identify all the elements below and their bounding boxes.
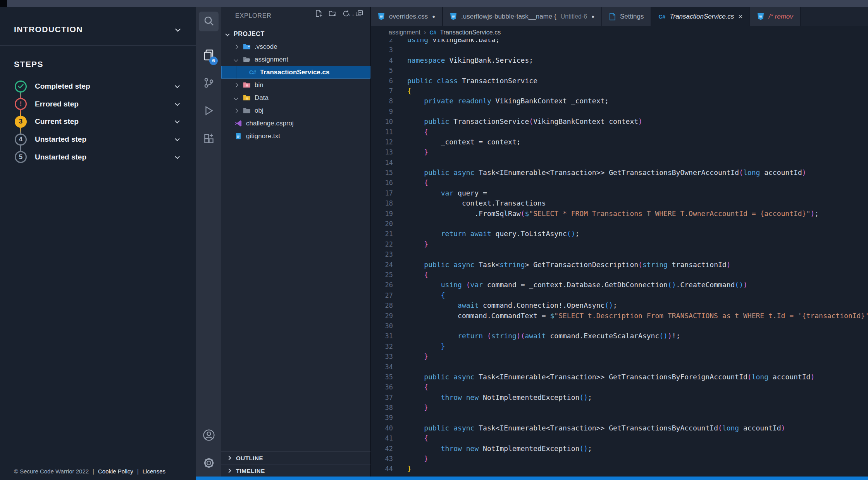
new-folder-icon[interactable] xyxy=(328,9,337,18)
collapse-all-icon[interactable] xyxy=(355,9,364,18)
step-row-current[interactable]: 3Current step xyxy=(0,113,196,130)
editor-tab-overrides-css[interactable]: overrides.css● xyxy=(371,7,443,26)
chevron-down-icon[interactable] xyxy=(175,154,180,159)
code-line-18[interactable]: 18 _context.Transactions xyxy=(371,198,868,208)
code-line-33[interactable]: 33 } xyxy=(371,351,868,362)
chevron-down-icon xyxy=(234,96,238,100)
tree-item--vscode[interactable]: .vscode xyxy=(221,40,370,53)
code-line-35[interactable]: 35 public async Task<IEnumerable<Transac… xyxy=(371,372,868,382)
code-line-44[interactable]: 44} xyxy=(371,464,868,474)
line-number: 20 xyxy=(371,219,393,229)
code-line-15[interactable]: 15 public async Task<IEnumerable<Transac… xyxy=(371,168,868,178)
run-debug-icon[interactable] xyxy=(196,98,221,123)
editor-tab--userflowjs-bubble-task-name-[interactable]: .userflowjs-bubble-task__name {Untitled-… xyxy=(443,7,602,26)
code-line-23[interactable]: 23 xyxy=(371,249,868,259)
code-line-29[interactable]: 29 command.CommandText = $"SELECT t.Desc… xyxy=(371,311,868,321)
editor-tab-bar: overrides.css●.userflowjs-bubble-task__n… xyxy=(371,7,868,26)
breadcrumb[interactable]: assignment › C# TransactionService.cs xyxy=(371,26,868,39)
refresh-icon[interactable] xyxy=(342,9,350,18)
code-line-content xyxy=(393,321,407,331)
editor-tab-transactionservice-cs[interactable]: C#TransactionService.cs× xyxy=(651,7,750,26)
code-line-13[interactable]: 13 } xyxy=(371,147,868,157)
code-line-20[interactable]: 20 xyxy=(371,219,868,229)
code-line-7[interactable]: 7{ xyxy=(371,86,868,96)
tree-item-data[interactable]: Data xyxy=(221,91,370,104)
files-icon[interactable]: 6 xyxy=(196,43,221,67)
chevron-down-icon[interactable] xyxy=(175,119,180,124)
chevron-down-icon[interactable] xyxy=(175,101,180,106)
code-line-43[interactable]: 43 } xyxy=(371,454,868,464)
step-row-completed[interactable]: Completed step xyxy=(0,77,196,95)
code-editor[interactable]: 2using VikingBank.Data;34namespace Vikin… xyxy=(371,35,868,480)
code-line-30[interactable]: 30 xyxy=(371,321,868,331)
chevron-down-icon[interactable] xyxy=(175,83,180,88)
code-line-37[interactable]: 37 throw new NotImplementedException(); xyxy=(371,393,868,403)
code-line-content: public async Task<IEnumerable<Transactio… xyxy=(393,372,815,382)
code-line-3[interactable]: 3 xyxy=(371,45,868,55)
editor-tab-settings[interactable]: Settings xyxy=(602,7,651,26)
tab-dirty-indicator[interactable]: ● xyxy=(591,14,594,19)
licenses-link[interactable]: Licenses xyxy=(143,468,165,475)
tab-close-icon[interactable]: × xyxy=(738,13,742,20)
code-line-14[interactable]: 14 xyxy=(371,158,868,168)
files-badge: 6 xyxy=(209,57,218,65)
code-line-16[interactable]: 16 { xyxy=(371,178,868,188)
code-line-9[interactable]: 9 xyxy=(371,106,868,117)
code-line-27[interactable]: 27 { xyxy=(371,290,868,300)
code-line-5[interactable]: 5 xyxy=(371,65,868,75)
code-line-32[interactable]: 32 } xyxy=(371,341,868,351)
code-line-42[interactable]: 42 throw new NotImplementedException(); xyxy=(371,444,868,454)
tree-item-bin[interactable]: bin xyxy=(221,79,370,91)
code-line-11[interactable]: 11 { xyxy=(371,127,868,137)
step-row-errored[interactable]: !Errored step xyxy=(0,95,196,113)
tree-item-transactionservice-cs[interactable]: C#TransactionService.cs xyxy=(221,66,370,79)
tree-item-assignment[interactable]: assignment xyxy=(221,53,370,66)
project-actions xyxy=(315,9,364,18)
code-line-39[interactable]: 39 xyxy=(371,413,868,423)
tab-dirty-indicator[interactable]: ● xyxy=(432,14,435,19)
breadcrumb-file[interactable]: TransactionService.cs xyxy=(440,29,501,36)
code-line-17[interactable]: 17 var query = xyxy=(371,188,868,198)
cookie-policy-link[interactable]: Cookie Policy xyxy=(98,468,133,475)
code-line-8[interactable]: 8 private readonly VikingBankContext _co… xyxy=(371,96,868,106)
code-line-4[interactable]: 4namespace VikingBank.Services; xyxy=(371,55,868,65)
code-line-41[interactable]: 41 { xyxy=(371,433,868,443)
settings-gear-icon[interactable] xyxy=(196,451,221,475)
line-number: 37 xyxy=(371,393,393,403)
code-line-34[interactable]: 34 xyxy=(371,362,868,372)
code-line-12[interactable]: 12 _context = context; xyxy=(371,137,868,147)
tree-item-obj[interactable]: obj xyxy=(221,104,370,117)
search-icon[interactable] xyxy=(196,9,221,33)
code-line-22[interactable]: 22 } xyxy=(371,239,868,249)
code-line-content xyxy=(393,158,407,168)
step-row-unstarted[interactable]: 4Unstarted step xyxy=(0,130,196,148)
code-line-19[interactable]: 19 .FromSqlRaw($"SELECT * FROM Transacti… xyxy=(371,209,868,219)
code-line-25[interactable]: 25 { xyxy=(371,270,868,280)
timeline-section[interactable]: TIMELINE xyxy=(221,464,370,477)
code-line-31[interactable]: 31 return (string)(await command.Execute… xyxy=(371,331,868,341)
code-line-content: } xyxy=(393,147,428,157)
code-line-26[interactable]: 26 using (var command = _context.Databas… xyxy=(371,280,868,290)
tree-item-gitignore-txt[interactable]: gitignore.txt xyxy=(221,130,370,142)
code-line-6[interactable]: 6public class TransactionService xyxy=(371,76,868,86)
account-icon[interactable] xyxy=(196,423,221,447)
code-line-24[interactable]: 24 public async Task<string> GetTransact… xyxy=(371,260,868,270)
code-line-40[interactable]: 40 public async Task<IEnumerable<Transac… xyxy=(371,423,868,433)
project-section-header[interactable]: PROJECT xyxy=(221,28,370,40)
code-line-10[interactable]: 10 public TransactionService(VikingBankC… xyxy=(371,117,868,127)
code-line-21[interactable]: 21 return await query.ToListAsync(); xyxy=(371,229,868,239)
tree-item-challenge-csproj[interactable]: challenge.csproj xyxy=(221,117,370,130)
extensions-icon[interactable] xyxy=(196,126,221,151)
step-row-unstarted[interactable]: 5Unstarted step xyxy=(0,148,196,166)
introduction-collapse-chevron-icon[interactable] xyxy=(175,26,181,32)
outline-section[interactable]: OUTLINE xyxy=(221,451,370,464)
breadcrumb-folder[interactable]: assignment xyxy=(389,29,420,36)
line-number: 26 xyxy=(371,280,393,290)
chevron-down-icon[interactable] xyxy=(175,136,180,141)
new-file-icon[interactable] xyxy=(315,9,323,18)
code-line-38[interactable]: 38 } xyxy=(371,403,868,413)
code-line-36[interactable]: 36 { xyxy=(371,382,868,392)
code-line-28[interactable]: 28 await command.Connection!.OpenAsync()… xyxy=(371,300,868,310)
editor-tab--remov[interactable]: /* remov xyxy=(750,7,801,26)
source-control-icon[interactable] xyxy=(196,70,221,95)
